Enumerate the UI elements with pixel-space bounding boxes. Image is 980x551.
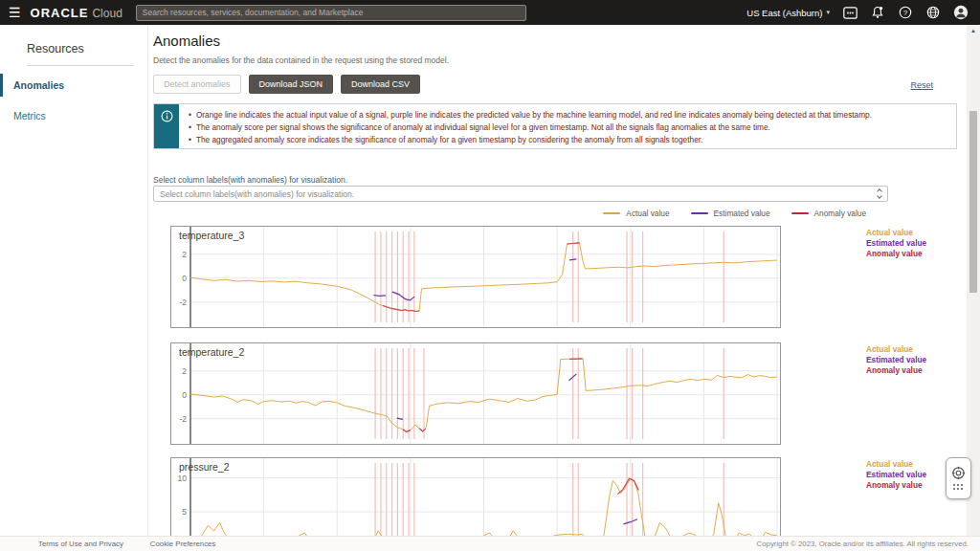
- detect-anomalies-button[interactable]: Detect anomalies: [153, 75, 241, 94]
- side-legend-actual: Actual value: [866, 228, 962, 238]
- toolbar: Detect anomalies Download JSON Download …: [153, 75, 420, 94]
- column-select-label: Select column labels(with anomalies) for…: [153, 175, 347, 185]
- chart-plot-area: 1050: [171, 458, 780, 536]
- svg-text:10: 10: [178, 474, 188, 483]
- legend-label: Actual value: [626, 209, 669, 218]
- side-legend-anomaly: Anomaly value: [866, 249, 962, 259]
- svg-text:2: 2: [182, 366, 187, 376]
- legend-item-actual: Actual value: [603, 209, 669, 218]
- svg-text:-2: -2: [179, 298, 187, 307]
- search-placeholder: Search resources, services, documentatio…: [143, 8, 364, 17]
- info-bullet: Orange line indicates the actual input v…: [189, 109, 872, 121]
- reset-link[interactable]: Reset: [910, 80, 933, 90]
- anomaly-line-swatch: [791, 212, 809, 215]
- info-banner: Orange line indicates the actual input v…: [153, 103, 957, 149]
- chart-title: temperature_3: [179, 230, 244, 241]
- topbar-right: US East (Ashburn) ▾ ?: [746, 5, 980, 20]
- legend-item-anomaly: Anomaly value: [791, 209, 866, 218]
- developer-tools-icon[interactable]: [842, 5, 858, 20]
- footer: Terms of Use and Privacy Cookie Preferen…: [0, 536, 980, 551]
- svg-text:-2: -2: [179, 414, 187, 424]
- topbar: ☰ ORACLE Cloud Search resources, service…: [0, 0, 980, 25]
- sidebar-divider: [27, 65, 134, 66]
- brand-oracle: ORACLE: [31, 6, 89, 20]
- region-selector[interactable]: US East (Ashburn) ▾: [746, 8, 830, 18]
- floating-widget[interactable]: [946, 457, 971, 499]
- chevron-down-icon: ▾: [826, 9, 830, 16]
- chart-title: temperature_2: [179, 346, 244, 358]
- page-title: Anomalies: [153, 33, 220, 49]
- scrollbar-thumb[interactable]: [969, 111, 977, 293]
- info-banner-body: Orange line indicates the actual input v…: [179, 104, 881, 148]
- svg-text:?: ?: [903, 9, 908, 17]
- chart-legend: Actual value Estimated value Anomaly val…: [148, 209, 866, 218]
- sidebar-title: Resources: [27, 42, 147, 55]
- sidebar-item-metrics[interactable]: Metrics: [0, 104, 147, 127]
- brand-cloud: Cloud: [92, 7, 122, 20]
- column-select-dropdown[interactable]: Select column labels(with anomalies) for…: [153, 186, 888, 202]
- global-search-input[interactable]: Search resources, services, documentatio…: [136, 5, 526, 21]
- svg-text:2: 2: [182, 250, 187, 259]
- notifications-bell-icon[interactable]: [870, 5, 885, 20]
- side-legend-estimated: Estimated value: [866, 355, 962, 365]
- main-content: Anomalies Detect the anomalies for the d…: [148, 25, 962, 536]
- help-icon[interactable]: ?: [898, 5, 913, 20]
- chart-temperature-2: temperature_2 20-2: [170, 342, 781, 445]
- svg-text:0: 0: [182, 390, 187, 400]
- profile-avatar-icon[interactable]: [953, 5, 969, 20]
- chart-title: pressure_2: [179, 461, 230, 473]
- page-subtitle: Detect the anomalies for the data contai…: [153, 55, 449, 65]
- chart-plot-area: 20-2: [171, 343, 780, 444]
- svg-text:5: 5: [182, 507, 187, 517]
- chart-plot-area: 20-2: [171, 227, 780, 327]
- svg-text:0: 0: [182, 274, 187, 283]
- info-bullet: The aggregated anomaly score indicates t…: [189, 134, 872, 146]
- chart-pressure-2: pressure_2 1050: [170, 457, 781, 536]
- legend-item-estimated: Estimated value: [691, 209, 770, 218]
- hamburger-menu-icon[interactable]: ☰: [9, 5, 21, 20]
- info-bullet-list: Orange line indicates the actual input v…: [189, 109, 872, 146]
- select-updown-icon: [878, 189, 881, 198]
- column-select-placeholder: Select column labels(with anomalies) for…: [160, 189, 878, 199]
- estimated-line-swatch: [691, 212, 708, 215]
- terms-link[interactable]: Terms of Use and Privacy: [38, 540, 123, 548]
- side-legend-actual: Actual value: [866, 344, 962, 355]
- target-icon: [951, 466, 966, 480]
- sidebar: Resources Anomalies Metrics: [0, 25, 148, 536]
- language-globe-icon[interactable]: [925, 5, 941, 20]
- copyright-text: Copyright © 2023, Oracle and/or its affi…: [757, 540, 969, 548]
- side-legend-anomaly: Anomaly value: [866, 365, 962, 376]
- info-bullet: The anomaly score per signal shows the s…: [189, 121, 872, 134]
- scroll-up-icon[interactable]: ▲: [970, 28, 976, 33]
- download-json-button[interactable]: Download JSON: [249, 75, 334, 94]
- actual-line-swatch: [603, 212, 620, 215]
- sidebar-item-anomalies[interactable]: Anomalies: [0, 74, 147, 97]
- cookie-preferences-link[interactable]: Cookie Preferences: [150, 540, 215, 548]
- dots-grid-icon: [953, 484, 965, 492]
- legend-label: Anomaly value: [814, 209, 866, 218]
- chart-side-legend: Actual value Estimated value Anomaly val…: [866, 344, 962, 376]
- oracle-cloud-logo[interactable]: ORACLE Cloud: [31, 6, 122, 20]
- info-banner-strip: [154, 104, 179, 148]
- chart-side-legend: Actual value Estimated value Anomaly val…: [866, 228, 962, 259]
- region-label: US East (Ashburn): [746, 8, 822, 18]
- side-legend-estimated: Estimated value: [866, 238, 962, 249]
- legend-label: Estimated value: [714, 209, 770, 218]
- info-icon: [161, 110, 173, 122]
- download-csv-button[interactable]: Download CSV: [341, 75, 420, 94]
- chart-temperature-3: temperature_3 20-2: [170, 226, 781, 328]
